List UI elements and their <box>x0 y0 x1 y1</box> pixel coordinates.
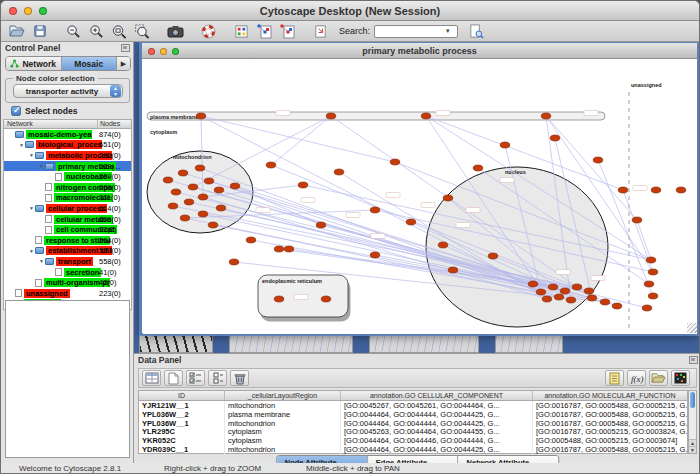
graph-node[interactable] <box>216 205 226 211</box>
zoom-fit-icon[interactable] <box>109 23 129 40</box>
tree-row[interactable]: ▼primary metabo209(... <box>4 161 131 172</box>
tab-network[interactable]: Network <box>6 57 62 70</box>
background-window-fragment[interactable] <box>229 335 353 353</box>
tree-expand-icon[interactable]: ▼ <box>28 248 35 254</box>
graph-node[interactable] <box>443 195 453 201</box>
table-row[interactable]: YJR121W__1mitochondrion[GO:0045267, GO:0… <box>139 401 687 410</box>
tree-row[interactable]: cellular metabo209(0) <box>4 214 131 225</box>
network-window-titlebar[interactable]: primary metabolic process <box>142 43 697 59</box>
graph-node[interactable] <box>196 113 206 119</box>
tree-row[interactable]: nucleobase-209(0) <box>4 171 131 182</box>
graph-node[interactable] <box>370 252 380 258</box>
graph-node[interactable] <box>246 237 256 243</box>
graph-node[interactable] <box>298 182 308 188</box>
tree-row[interactable]: unassigned223(0) <box>4 288 131 299</box>
select-nodes-checkbox[interactable] <box>11 106 21 116</box>
tree-row[interactable]: multi-organism pro42(0) <box>4 277 131 288</box>
graph-node[interactable] <box>676 187 686 193</box>
table-column-header[interactable]: annotation.GO CELLULAR_COMPONENT <box>341 391 533 400</box>
tree-row[interactable]: nitrogen compo209(0) <box>4 182 131 193</box>
float-panel-icon[interactable] <box>121 44 130 52</box>
graph-node[interactable] <box>448 267 458 273</box>
resize-grip[interactable] <box>687 323 697 333</box>
table-row[interactable]: YPL036W__1mitochondrion[GO:0044464, GO:0… <box>139 419 687 428</box>
attribute-table[interactable]: ID_cellularLayoutRegionannotation.GO CEL… <box>138 390 688 454</box>
apply-layout-icon[interactable] <box>254 23 274 40</box>
graph-node[interactable] <box>334 169 344 175</box>
graph-node[interactable] <box>548 284 558 290</box>
graph-node[interactable] <box>284 246 294 252</box>
graph-node[interactable] <box>316 222 326 228</box>
graph-node[interactable] <box>204 178 214 184</box>
background-window-fragment[interactable] <box>139 335 213 353</box>
tree-expand-icon[interactable]: ▼ <box>38 163 45 169</box>
vizmapper-icon[interactable] <box>231 23 251 40</box>
graph-node[interactable] <box>587 295 597 301</box>
table-column-header[interactable]: ID <box>139 391 225 400</box>
help-lifering-icon[interactable] <box>198 23 218 40</box>
graph-node[interactable] <box>612 303 622 309</box>
new-attribute-icon[interactable] <box>164 370 183 386</box>
tree-row[interactable]: mosaic-demo-yeast874(0) <box>4 129 131 140</box>
graph-node[interactable] <box>536 289 546 295</box>
graph-node[interactable] <box>528 281 538 287</box>
graph-node[interactable] <box>541 113 551 119</box>
zoom-in-icon[interactable] <box>86 23 106 40</box>
search-options-icon[interactable] <box>466 23 486 40</box>
table-row[interactable]: YPL036W__2plasma membrane[GO:0044464, GO… <box>139 410 687 419</box>
float-data-panel-icon[interactable] <box>689 356 698 364</box>
attribute-checklist-icon[interactable] <box>186 370 205 386</box>
import-attributes-folder-icon[interactable] <box>649 370 668 386</box>
tree-row[interactable]: response to stimul264(0) <box>4 235 131 246</box>
graph-node[interactable] <box>648 293 658 299</box>
graph-node[interactable] <box>198 211 208 217</box>
graph-node[interactable] <box>178 170 188 176</box>
graph-node[interactable] <box>214 187 224 193</box>
graph-node[interactable] <box>198 194 208 200</box>
graph-node[interactable] <box>370 207 380 213</box>
graph-node[interactable] <box>326 113 336 119</box>
graph-node[interactable] <box>163 177 173 183</box>
birdseye-view-panel[interactable] <box>5 300 130 458</box>
tree-expand-icon[interactable]: ▼ <box>28 205 35 211</box>
graph-node[interactable] <box>566 297 576 303</box>
graph-node[interactable] <box>554 294 564 300</box>
tree-row[interactable]: macromolecule311(0) <box>4 193 131 204</box>
graph-node[interactable] <box>644 281 654 287</box>
graph-node[interactable] <box>646 257 656 263</box>
graph-node[interactable] <box>618 187 628 193</box>
graph-node[interactable] <box>651 187 661 193</box>
graph-node[interactable] <box>195 165 205 171</box>
graph-node[interactable] <box>188 184 198 190</box>
table-row[interactable]: YDR039C__1mitochondrion[GO:0044464, GO:0… <box>139 445 687 454</box>
graph-node[interactable] <box>208 222 218 228</box>
attribute-select-icon[interactable] <box>208 370 227 386</box>
graph-node[interactable] <box>500 142 510 148</box>
graph-node[interactable] <box>184 199 194 205</box>
graph-node[interactable] <box>550 135 560 141</box>
table-row[interactable]: YKR052Ccytoplasm[GO:0044464, GO:0044446,… <box>139 436 687 445</box>
tree-expand-icon[interactable]: ▼ <box>38 258 45 264</box>
background-window-fragment[interactable] <box>369 335 479 353</box>
graph-node[interactable] <box>274 246 284 252</box>
graph-node[interactable] <box>473 165 483 171</box>
scroll-up-icon[interactable]: ▲ <box>689 439 696 446</box>
tree-expand-icon[interactable]: ▼ <box>18 142 25 148</box>
apply-view-icon[interactable] <box>277 23 297 40</box>
graph-node[interactable] <box>642 305 652 311</box>
graph-node[interactable] <box>266 162 276 168</box>
graph-node[interactable] <box>180 215 190 221</box>
table-row[interactable]: YLR295Ccytoplasm[GO:0045263, GO:0044464,… <box>139 427 687 436</box>
graph-node[interactable] <box>572 284 582 290</box>
node-color-dropdown[interactable]: transporter activity ▲▼ <box>13 84 123 98</box>
graph-node[interactable] <box>171 189 181 195</box>
tab-mosaic[interactable]: Mosaic <box>62 57 118 70</box>
graph-node[interactable] <box>321 296 331 302</box>
graph-node[interactable] <box>230 183 240 189</box>
tab-overflow-arrow[interactable]: ▶ <box>117 57 130 70</box>
column-select-icon[interactable] <box>142 370 161 386</box>
graph-node[interactable] <box>560 288 570 294</box>
tree-row[interactable]: ▼cellular process614(0) <box>4 203 131 214</box>
zoom-selected-icon[interactable] <box>132 23 152 40</box>
background-window-fragment[interactable] <box>495 335 563 353</box>
